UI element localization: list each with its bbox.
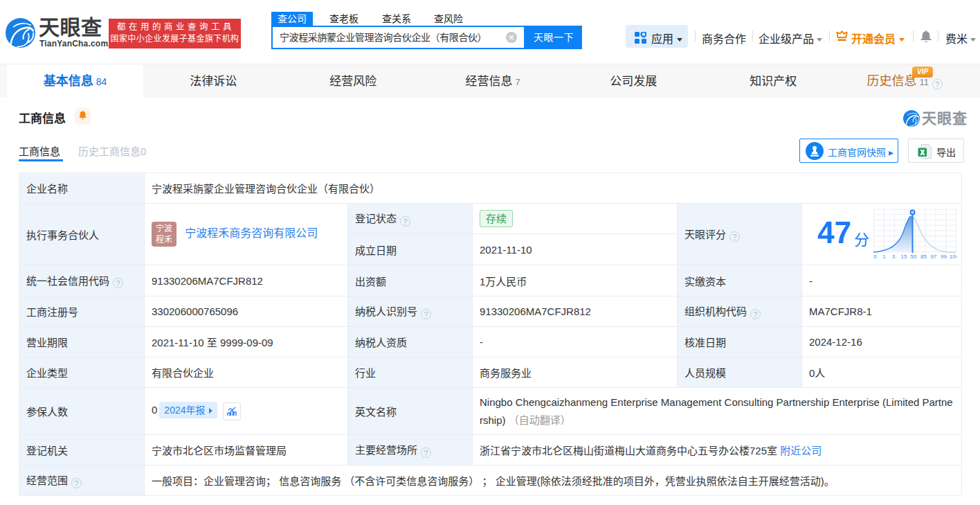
svg-text:15: 15: [901, 254, 907, 260]
svg-text:97: 97: [931, 254, 937, 260]
svg-text:100: 100: [950, 254, 956, 260]
svg-text:85: 85: [920, 254, 927, 260]
svg-text:50: 50: [911, 254, 917, 260]
svg-text:0: 0: [873, 254, 877, 260]
svg-text:3: 3: [892, 254, 896, 260]
svg-text:1: 1: [882, 254, 886, 260]
svg-text:99: 99: [941, 254, 947, 260]
